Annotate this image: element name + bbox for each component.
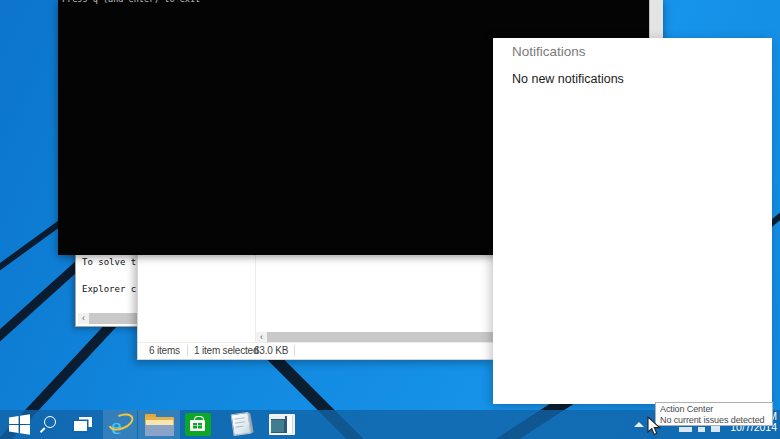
explorer-navigation-pane[interactable] — [138, 246, 256, 343]
scroll-left-arrow-icon[interactable]: ‹ — [78, 313, 89, 324]
search-button[interactable] — [38, 410, 58, 439]
console-output-text: Press q (and enter) to exit — [62, 0, 200, 4]
status-selected-count: 1 item selected — [194, 345, 258, 356]
windows-store-icon — [185, 413, 211, 436]
task-view-button[interactable] — [71, 410, 95, 439]
desktop: To solve t Explorer c ‹ ‹ 6 items 1 item… — [0, 0, 780, 439]
taskbar-notepad[interactable] — [224, 410, 258, 439]
svg-text:e: e — [111, 413, 122, 438]
windows-logo-icon — [9, 414, 30, 435]
tooltip-title: Action Center — [660, 404, 768, 415]
taskbar-internet-explorer[interactable]: e — [103, 410, 137, 439]
status-divider — [187, 345, 188, 356]
taskbar-file-explorer[interactable] — [138, 410, 180, 439]
notifications-title: Notifications — [512, 44, 586, 59]
status-items-count: 6 items — [149, 345, 180, 356]
internet-explorer-icon: e — [107, 412, 134, 438]
tray-icon-fragment[interactable] — [698, 427, 705, 432]
show-hidden-icons-chevron-icon[interactable] — [634, 422, 644, 427]
taskbar-store[interactable] — [183, 410, 213, 439]
notifications-empty-message: No new notifications — [512, 72, 624, 86]
file-explorer-window: ‹ 6 items 1 item selected 63.0 KB — [137, 246, 495, 360]
file-explorer-folder-icon — [145, 414, 174, 436]
mouse-cursor — [647, 416, 662, 437]
task-view-icon — [74, 417, 93, 432]
notifications-panel: Notifications No new notifications — [493, 38, 772, 404]
start-button[interactable] — [4, 410, 34, 439]
action-center-tooltip: Action Center No current issues detected — [655, 402, 773, 426]
explorer-status-bar: 6 items 1 item selected 63.0 KB — [138, 342, 495, 359]
tray-icon-fragment[interactable] — [711, 426, 720, 432]
status-divider — [294, 345, 295, 356]
status-selected-size: 63.0 KB — [254, 345, 288, 356]
scrollbar-thumb[interactable] — [89, 313, 139, 324]
notepad-text-line: To solve t — [82, 257, 136, 267]
notepad-window: To solve t Explorer c ‹ — [75, 246, 142, 327]
notepad-icon — [227, 412, 255, 437]
tray-icon-fragment[interactable] — [679, 427, 692, 432]
notepad-text-line: Explorer c — [82, 284, 136, 294]
app-window-icon — [269, 414, 295, 435]
tooltip-message: No current issues detected — [660, 415, 768, 426]
search-icon — [40, 416, 57, 433]
notepad-horizontal-scrollbar[interactable]: ‹ — [78, 313, 139, 324]
taskbar-app-window[interactable] — [266, 410, 298, 439]
